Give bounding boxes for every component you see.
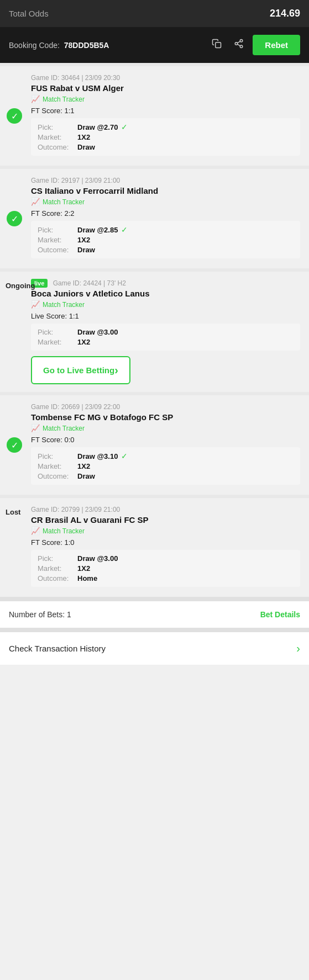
rebet-button[interactable]: Rebet [253,35,300,55]
pick-label-1: Pick: [38,123,77,131]
pick-check-1: ✓ [121,123,128,131]
market-label-3: Market: [38,338,77,346]
game-teams-4: Tombense FC MG v Botafogo FC SP [31,412,300,422]
outcome-value-2: Draw [77,246,95,254]
pick-label-2: Pick: [38,226,77,234]
game-teams-2: CS Italiano v Ferrocarril Midland [31,186,300,195]
won-icon-1: ✓ [7,108,22,124]
game-id-4: Game ID: 20669 | 23/09 22:00 [31,403,300,411]
pick-box-5: Pick: Draw @3.00 Market: 1X2 Outcome: Ho… [31,550,300,587]
market-label-4: Market: [38,462,77,470]
booking-code-text: Booking Code: 78DDD5B5A [9,41,203,50]
market-value-3: 1X2 [77,338,90,346]
outcome-value-5: Home [77,574,97,582]
market-label-5: Market: [38,564,77,573]
pick-label-3: Pick: [38,328,77,336]
booking-code-value: 78DDD5B5A [64,41,109,50]
header-bar: Total Odds 214.69 [0,0,309,27]
transaction-label: Check Transaction History [9,644,106,653]
game-teams-5: CR Brasil AL v Guarani FC SP [31,515,300,525]
svg-rect-0 [216,43,221,48]
pick-box-1: Pick: Draw @2.70 ✓ Market: 1X2 Outcome: … [31,118,300,156]
game-id-1: Game ID: 30464 | 23/09 20:30 [31,74,300,82]
game-teams-3: Boca Juniors v Atletico Lanus [31,289,300,298]
pick-check-4: ✓ [121,452,128,460]
market-value-1: 1X2 [77,133,90,141]
pick-value-1: Draw @2.70 [77,123,118,131]
copy-button[interactable] [208,38,225,52]
outcome-label-4: Outcome: [38,472,77,480]
tracker-icon-5: 📈 [31,527,40,535]
score-3: Live Score: 1:1 [31,312,300,320]
share-button[interactable] [231,38,247,52]
tracker-icon-1: 📈 [31,95,40,103]
tracker-icon-2: 📈 [31,198,40,206]
total-odds-value: 214.69 [270,8,300,19]
bet-entry-2: ✓ Game ID: 29197 | 23/09 21:00 CS Italia… [0,166,309,268]
pick-label-4: Pick: [38,452,77,460]
game-teams-1: FUS Rabat v USM Alger [31,83,300,93]
chevron-right-transaction-icon: › [296,642,300,655]
match-tracker-link-4[interactable]: 📈 Match Tracker [31,424,300,432]
bet-details-link[interactable]: Bet Details [260,610,300,619]
match-tracker-link-1[interactable]: 📈 Match Tracker [31,95,300,103]
outcome-label-2: Outcome: [38,246,77,254]
bet-entry-5: Lost Game ID: 20799 | 23/09 21:00 CR Bra… [0,495,309,597]
score-1: FT Score: 1:1 [31,107,300,115]
score-4: FT Score: 0:0 [31,436,300,444]
game-id-5: Game ID: 20799 | 23/09 21:00 [31,506,300,513]
match-tracker-link-2[interactable]: 📈 Match Tracker [31,198,300,206]
pick-value-3: Draw @3.00 [77,328,118,336]
bet-entry-1: ✓ Game ID: 30464 | 23/09 20:30 FUS Rabat… [0,63,309,166]
market-value-5: 1X2 [77,564,90,573]
market-label-2: Market: [38,236,77,244]
pick-label-5: Pick: [38,554,77,563]
chevron-right-icon: › [114,364,118,377]
game-id-3: live Game ID: 24424 | 73' H2 [31,279,300,287]
booking-bar: Booking Code: 78DDD5B5A Rebet [0,27,309,63]
pick-check-2: ✓ [121,225,128,234]
bets-count: Number of Bets: 1 [9,610,71,619]
bet-entry-3: Ongoing live Game ID: 24424 | 73' H2 Boc… [0,268,309,392]
transaction-history-bar[interactable]: Check Transaction History › [0,628,309,665]
match-tracker-link-3[interactable]: 📈 Match Tracker [31,300,300,309]
outcome-label-1: Outcome: [38,143,77,151]
market-value-2: 1X2 [77,236,90,244]
outcome-value-4: Draw [77,472,95,480]
market-label-1: Market: [38,133,77,141]
score-5: FT Score: 1:0 [31,538,300,547]
pick-value-2: Draw @2.85 [77,226,118,234]
score-2: FT Score: 2:2 [31,209,300,218]
outcome-label-5: Outcome: [38,574,77,582]
pick-box-2: Pick: Draw @2.85 ✓ Market: 1X2 Outcome: … [31,221,300,258]
svg-line-4 [238,44,240,46]
tracker-icon-3: 📈 [31,300,40,309]
won-icon-4: ✓ [7,437,22,453]
tracker-icon-4: 📈 [31,424,40,432]
total-odds-label: Total Odds [9,9,49,18]
outcome-value-1: Draw [77,143,95,151]
pick-value-5: Draw @3.00 [77,554,118,563]
won-icon-2: ✓ [7,211,22,226]
lost-label: Lost [6,508,20,516]
go-to-live-button[interactable]: Go to Live Betting › [31,356,130,384]
pick-box-3: Pick: Draw @3.00 Market: 1X2 [31,324,300,351]
game-id-2: Game ID: 29197 | 23/09 21:00 [31,177,300,184]
bottom-bar: Number of Bets: 1 Bet Details [0,597,309,628]
match-tracker-link-5[interactable]: 📈 Match Tracker [31,527,300,535]
market-value-4: 1X2 [77,462,90,470]
ongoing-label: Ongoing [6,282,35,290]
pick-value-4: Draw @3.10 [77,452,118,460]
svg-line-5 [238,41,240,43]
bet-entry-4: ✓ Game ID: 20669 | 23/09 22:00 Tombense … [0,392,309,495]
pick-box-4: Pick: Draw @3.10 ✓ Market: 1X2 Outcome: … [31,447,300,485]
